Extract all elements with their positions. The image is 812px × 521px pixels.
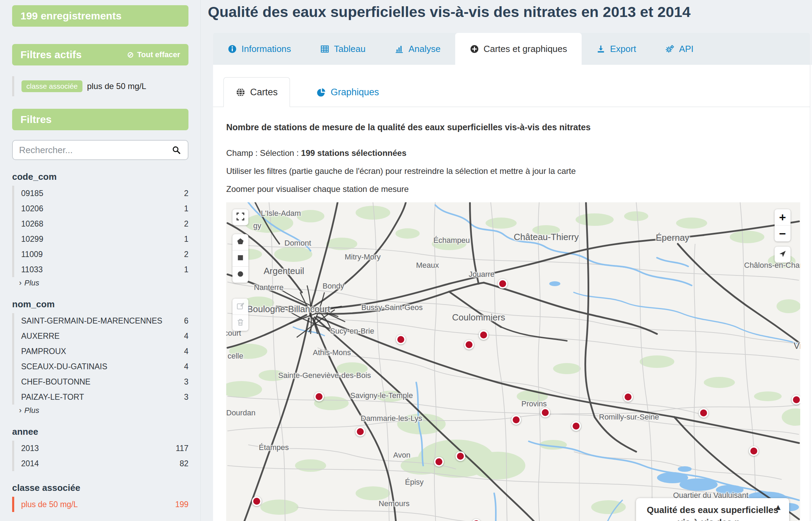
tab-analyse[interactable]: Analyse [380,33,455,65]
draw-rectangle-button[interactable] [232,250,248,266]
selection-line: Champ : Sélection : 199 stations sélecti… [226,148,810,158]
tab-cartes-et-graphiques[interactable]: Cartes et graphiques [455,33,582,65]
map-place-label: Châlons-en-Champ [744,261,800,270]
facet-value-11009[interactable]: 110092 [21,247,188,262]
search-input[interactable] [18,144,170,156]
download-icon [596,44,606,54]
active-filters-title: Filtres actifs [20,49,82,61]
facet-value-09185[interactable]: 091852 [21,186,188,201]
facet-more-label: Plus [24,406,39,415]
station-marker[interactable] [355,427,365,436]
facet-more-link[interactable]: ›Plus [12,279,188,288]
station-marker[interactable] [252,496,262,506]
facet-value-count: 2 [180,250,188,259]
station-marker[interactable] [456,451,465,461]
delete-shape-button[interactable] [232,315,248,331]
tab-informations[interactable]: Informations [213,33,306,65]
facet-annee: annee2013117201482 [12,426,188,471]
facet-value-label: 2014 [21,459,39,468]
facet-value-count: 2 [180,189,188,198]
plus-circle-icon [470,44,479,54]
map-place-label: Mitry-Mory [345,253,381,262]
station-marker[interactable] [792,395,800,405]
station-marker[interactable] [396,335,406,344]
gears-icon [665,44,674,54]
facet-value-count: 1 [180,265,188,274]
locate-arrow-icon [778,250,787,259]
active-filters-banner: Filtres actifs ⊘ Tout effacer [12,44,188,65]
map-place-label: Dammarie-les-Lys [361,414,422,423]
facet-value-10206[interactable]: 102061 [21,201,188,216]
draw-tools [232,234,248,283]
facet-search-box [12,140,188,160]
polygon-icon [236,237,245,247]
stations-map[interactable]: gyL'Isle-AdamDomontMitry-MoryMeauxÉchamp… [226,202,800,521]
map-place-label: celle [228,352,243,361]
facet-value-label: AUXERRE [21,332,60,341]
subtab-graphiques[interactable]: Graphiques [304,78,391,107]
filters-title: Filtres [20,114,52,125]
fullscreen-icon [236,212,245,222]
selection-count: 199 stations sélectionnées [301,148,406,158]
facet-value-2014[interactable]: 201482 [21,456,188,471]
facet-value-label: 2013 [21,444,39,453]
map-place-label: Romilly-sur-Seine [599,413,659,422]
facet-value-pamproux[interactable]: PAMPROUX4 [21,344,188,359]
basemap [226,202,800,521]
map-place-label: Avon [393,451,411,460]
edit-shape-button[interactable] [232,299,248,315]
station-marker[interactable] [464,340,474,350]
facet-value-plus-de-50-mg-l[interactable]: plus de 50 mg/L199 [21,497,188,512]
facet-heading: nom_com [12,299,188,310]
tab-api[interactable]: API [651,33,708,65]
facet-value-paizay-le-tort[interactable]: PAIZAY-LE-TORT3 [21,389,188,405]
clear-all-filters-button[interactable]: ⊘ Tout effacer [127,50,180,59]
map-place-label: Dourdan [226,408,255,417]
zoom-out-button[interactable]: − [775,225,791,241]
active-filter-row[interactable]: classe associée plus de 50 mg/L [12,76,188,96]
facet-value-label: SAINT-GERMAIN-DE-MARENCENNES [21,316,162,326]
facet-value-auxerre[interactable]: AUXERRE4 [21,328,188,344]
station-marker[interactable] [571,421,581,431]
facet-value-10299[interactable]: 102991 [21,231,188,247]
tab-tableau[interactable]: Tableau [306,33,380,65]
map-place-label: Épernay [656,232,689,243]
map-hint-1: Utiliser les filtres (partie gauche de l… [226,166,810,176]
facet-value-2013[interactable]: 2013117 [21,441,188,456]
station-marker[interactable] [623,392,633,402]
tab-export[interactable]: Export [582,33,651,65]
map-place-label: Nemours [379,499,409,508]
locate-button[interactable] [775,247,791,263]
map-place-label: Nanterre [254,283,284,292]
facet-value-chef-boutonne[interactable]: CHEF-BOUTONNE3 [21,374,188,389]
draw-polygon-button[interactable] [232,234,248,250]
facet-value-11033[interactable]: 110331 [21,262,188,277]
draw-circle-button[interactable] [232,266,248,283]
facet-more-link[interactable]: ›Plus [12,406,188,415]
station-marker[interactable] [540,408,550,417]
station-marker[interactable] [479,330,488,340]
fullscreen-button[interactable] [232,209,248,225]
facet-value-saint-germain-de-marencennes[interactable]: SAINT-GERMAIN-DE-MARENCENNES6 [21,313,188,328]
zoom-in-button[interactable]: + [775,209,791,225]
station-marker[interactable] [314,392,324,401]
station-marker[interactable] [498,279,508,289]
facet-value-sceaux-du-gatinais[interactable]: SCEAUX-DU-GATINAIS4 [21,359,188,374]
tab-label: Cartes et graphiques [484,44,567,54]
station-marker[interactable] [511,415,521,425]
search-icon[interactable] [170,144,182,156]
tab-label: Analyse [408,44,441,54]
station-marker[interactable] [434,457,444,467]
map-place-label: Boulogne-Billancourt [247,304,330,315]
filter-value-label: plus de 50 mg/L [87,81,146,91]
filter-field-chip: classe associée [21,80,82,92]
map-place-label: Provins [521,399,547,408]
legend-collapse-icon[interactable]: ▲ [774,502,782,512]
facet-heading: classe associée [12,483,188,493]
bar-chart-icon [395,44,404,54]
station-marker[interactable] [699,408,708,418]
station-marker[interactable] [749,446,759,456]
facet-value-10268[interactable]: 102682 [21,216,188,231]
panel-edge [810,65,812,521]
subtab-cartes[interactable]: Cartes [223,77,290,107]
